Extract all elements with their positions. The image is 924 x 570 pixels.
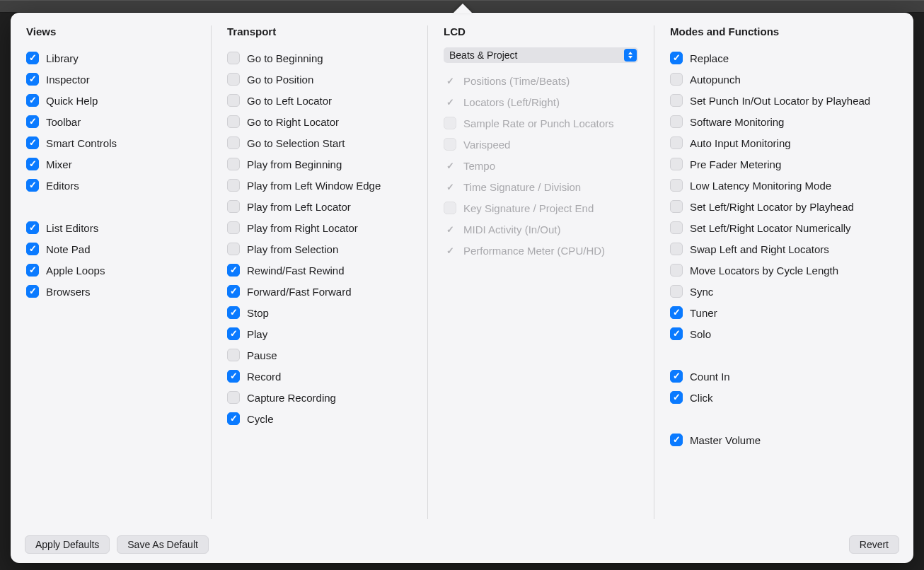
checkbox-row-time-signature-division: Time Signature / Division xyxy=(444,176,638,197)
column-lcd: LCD Beats & Project Positions (Time/Beat… xyxy=(428,25,654,519)
save-as-default-button[interactable]: Save As Default xyxy=(117,535,209,554)
checkbox-row-go-to-right-locator[interactable]: Go to Right Locator xyxy=(227,111,412,132)
checkbox-label: Master Volume xyxy=(690,434,761,446)
checkbox-row-note-pad[interactable]: Note Pad xyxy=(26,238,195,260)
checkbox-label: Count In xyxy=(690,371,730,383)
column-modes-title: Modes and Functions xyxy=(670,25,898,37)
checkbox-row-click[interactable]: Click xyxy=(670,387,898,408)
checkbox-row-play-from-left-locator[interactable]: Play from Left Locator xyxy=(227,196,412,217)
checkbox-icon xyxy=(670,94,683,107)
lcd-items: Positions (Time/Beats)Locators (Left/Rig… xyxy=(444,70,638,261)
checkbox-row-capture-recording[interactable]: Capture Recording xyxy=(227,387,412,408)
checkbox-icon xyxy=(227,200,240,213)
checkbox-row-editors[interactable]: Editors xyxy=(26,175,195,196)
checkbox-row-set-left-right-locator-by-playhead[interactable]: Set Left/Right Locator by Playhead xyxy=(670,196,898,217)
popover-arrow xyxy=(453,4,473,13)
checkbox-row-set-left-right-locator-numerically[interactable]: Set Left/Right Locator Numerically xyxy=(670,217,898,238)
checkbox-label: Set Left/Right Locator Numerically xyxy=(690,222,851,234)
apply-defaults-button[interactable]: Apply Defaults xyxy=(25,535,110,554)
spacer xyxy=(26,196,195,217)
checkbox-row-low-latency-monitoring-mode[interactable]: Low Latency Monitoring Mode xyxy=(670,175,898,196)
checkbox-icon xyxy=(227,136,240,149)
checkbox-row-browsers[interactable]: Browsers xyxy=(26,281,195,302)
checkbox-row-list-editors[interactable]: List Editors xyxy=(26,217,195,238)
checkbox-label: Tuner xyxy=(690,307,717,319)
checkbox-icon xyxy=(444,95,456,108)
revert-button[interactable]: Revert xyxy=(849,535,899,554)
checkbox-icon xyxy=(227,94,240,107)
checkbox-row-play-from-left-window-edge[interactable]: Play from Left Window Edge xyxy=(227,175,412,196)
checkbox-row-quick-help[interactable]: Quick Help xyxy=(26,90,195,111)
checkbox-row-rewind-fast-rewind[interactable]: Rewind/Fast Rewind xyxy=(227,260,412,281)
checkbox-row-play[interactable]: Play xyxy=(227,323,412,344)
checkbox-icon xyxy=(670,158,683,170)
checkbox-row-tempo: Tempo xyxy=(444,155,638,176)
footer: Apply Defaults Save As Default Revert xyxy=(11,526,913,563)
checkbox-icon xyxy=(227,306,240,319)
checkbox-label: Low Latency Monitoring Mode xyxy=(690,180,831,192)
checkbox-row-varispeed: Varispeed xyxy=(444,134,638,155)
checkbox-row-sync[interactable]: Sync xyxy=(670,281,898,302)
checkbox-label: Software Monitoring xyxy=(690,116,784,128)
checkbox-row-cycle[interactable]: Cycle xyxy=(227,408,412,429)
checkbox-label: Go to Selection Start xyxy=(247,137,345,149)
checkbox-row-toolbar[interactable]: Toolbar xyxy=(26,111,195,132)
checkbox-label: Positions (Time/Beats) xyxy=(463,75,570,87)
checkbox-row-pre-fader-metering[interactable]: Pre Fader Metering xyxy=(670,153,898,175)
checkbox-row-master-volume[interactable]: Master Volume xyxy=(670,429,898,450)
checkbox-row-apple-loops[interactable]: Apple Loops xyxy=(26,260,195,281)
checkbox-label: List Editors xyxy=(46,222,98,234)
checkbox-row-solo[interactable]: Solo xyxy=(670,323,898,344)
checkbox-row-forward-fast-forward[interactable]: Forward/Fast Forward xyxy=(227,281,412,302)
checkbox-label: Note Pad xyxy=(46,243,91,255)
checkbox-row-play-from-beginning[interactable]: Play from Beginning xyxy=(227,153,412,175)
checkbox-label: Go to Right Locator xyxy=(247,116,339,128)
checkbox-row-software-monitoring[interactable]: Software Monitoring xyxy=(670,111,898,132)
checkbox-row-go-to-left-locator[interactable]: Go to Left Locator xyxy=(227,90,412,111)
checkbox-label: Forward/Fast Forward xyxy=(247,286,352,298)
checkbox-row-swap-left-and-right-locators[interactable]: Swap Left and Right Locators xyxy=(670,238,898,260)
checkbox-icon xyxy=(444,180,456,193)
checkbox-row-go-to-position[interactable]: Go to Position xyxy=(227,69,412,90)
checkbox-row-record[interactable]: Record xyxy=(227,366,412,387)
checkbox-row-mixer[interactable]: Mixer xyxy=(26,153,195,175)
checkbox-icon xyxy=(444,74,456,87)
checkbox-label: Autopunch xyxy=(690,74,741,86)
checkbox-icon xyxy=(670,221,683,234)
checkbox-icon xyxy=(670,327,683,340)
checkbox-row-stop[interactable]: Stop xyxy=(227,302,412,323)
checkbox-row-go-to-selection-start[interactable]: Go to Selection Start xyxy=(227,132,412,153)
checkbox-icon xyxy=(227,327,240,340)
checkbox-label: Sync xyxy=(690,286,713,298)
lcd-mode-select[interactable]: Beats & Project xyxy=(444,47,638,63)
checkbox-label: Stop xyxy=(247,307,269,319)
checkbox-icon xyxy=(227,349,240,361)
checkbox-label: Auto Input Monitoring xyxy=(690,137,791,149)
checkbox-row-auto-input-monitoring[interactable]: Auto Input Monitoring xyxy=(670,132,898,153)
spacer xyxy=(670,408,898,429)
checkbox-icon xyxy=(670,52,683,64)
lcd-mode-select-value: Beats & Project xyxy=(449,50,518,61)
checkbox-row-play-from-right-locator[interactable]: Play from Right Locator xyxy=(227,217,412,238)
checkbox-icon xyxy=(26,179,39,192)
checkbox-icon xyxy=(670,391,683,404)
checkbox-icon xyxy=(26,115,39,128)
checkbox-row-smart-controls[interactable]: Smart Controls xyxy=(26,132,195,153)
checkbox-row-pause[interactable]: Pause xyxy=(227,344,412,366)
transport-items: Go to BeginningGo to PositionGo to Left … xyxy=(227,47,412,429)
checkbox-row-library[interactable]: Library xyxy=(26,47,195,69)
checkbox-label: Sample Rate or Punch Locators xyxy=(463,117,614,129)
checkbox-row-play-from-selection[interactable]: Play from Selection xyxy=(227,238,412,260)
checkbox-row-inspector[interactable]: Inspector xyxy=(26,69,195,90)
checkbox-icon xyxy=(670,115,683,128)
checkbox-row-tuner[interactable]: Tuner xyxy=(670,302,898,323)
checkbox-row-count-in[interactable]: Count In xyxy=(670,366,898,387)
checkbox-row-performance-meter-cpu-hd: Performance Meter (CPU/HD) xyxy=(444,240,638,261)
checkbox-row-set-punch-in-out-locator-by-playhead[interactable]: Set Punch In/Out Locator by Playhead xyxy=(670,90,898,111)
checkbox-label: Set Punch In/Out Locator by Playhead xyxy=(690,95,870,107)
checkbox-row-replace[interactable]: Replace xyxy=(670,47,898,69)
checkbox-row-autopunch[interactable]: Autopunch xyxy=(670,69,898,90)
checkbox-row-go-to-beginning[interactable]: Go to Beginning xyxy=(227,47,412,69)
checkbox-row-midi-activity-in-out: MIDI Activity (In/Out) xyxy=(444,219,638,240)
checkbox-row-move-locators-by-cycle-length[interactable]: Move Locators by Cycle Length xyxy=(670,260,898,281)
